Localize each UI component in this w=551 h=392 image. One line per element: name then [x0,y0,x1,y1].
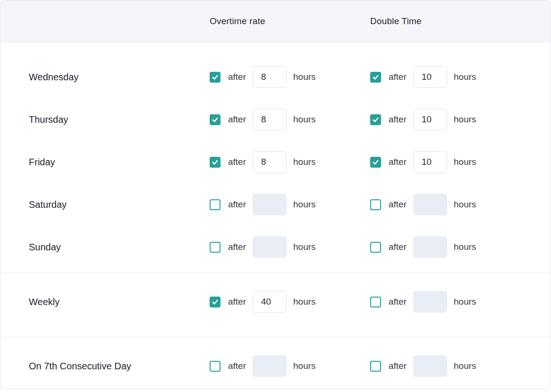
check-icon [212,116,219,123]
after-label: after [228,297,246,307]
overtime-cell: after hours [210,291,370,313]
hours-label: hours [293,157,316,167]
double-time-hours-input [413,291,447,313]
row-label: Sunday [29,242,210,253]
table-header: Overtime rate Double Time [0,0,551,43]
double-time-hours-input[interactable] [413,151,447,173]
hours-label: hours [454,114,476,125]
check-icon [212,74,219,81]
hours-label: hours [293,361,316,371]
double-time-checkbox[interactable] [370,242,381,253]
hours-label: hours [454,242,476,252]
table-row: Saturday after hours after hours [0,183,551,226]
double-time-cell: after hours [370,355,531,377]
overtime-hours-input[interactable] [253,151,287,173]
overtime-checkbox[interactable] [210,199,220,210]
check-icon [372,159,379,166]
overtime-checkbox[interactable] [210,157,220,168]
overtime-hours-input [253,355,287,377]
overtime-cell: after hours [210,109,370,130]
after-label: after [389,157,407,167]
hours-label: hours [293,72,316,82]
overtime-cell: after hours [210,66,370,88]
after-label: after [228,157,246,167]
hours-label: hours [454,72,476,82]
check-icon [212,298,219,306]
double-time-checkbox[interactable] [370,361,381,372]
overtime-hours-input[interactable] [253,109,287,130]
overtime-cell: after hours [210,194,370,215]
double-time-cell: after hours [370,291,531,313]
table-row: Wednesday after hours after hours [0,56,551,98]
overtime-checkbox[interactable] [210,242,220,253]
double-time-hours-input [413,236,447,258]
after-label: after [228,72,246,82]
hours-label: hours [293,114,316,125]
double-time-hours-input[interactable] [413,66,447,88]
hours-label: hours [293,242,316,252]
table-row: On 7th Consecutive Day after hours after… [0,345,551,387]
double-time-hours-input[interactable] [413,109,447,130]
after-label: after [389,199,407,210]
column-header-double-time: Double Time [370,0,422,42]
overtime-cell: after hours [210,355,370,377]
after-label: after [389,242,407,252]
check-icon [372,74,379,81]
double-time-checkbox[interactable] [370,72,381,83]
overtime-checkbox[interactable] [210,114,220,125]
overtime-settings-card: Overtime rate Double Time Wednesday afte… [0,0,551,389]
double-time-cell: after hours [370,151,531,173]
overtime-cell: after hours [210,151,370,173]
hours-label: hours [454,199,476,210]
after-label: after [228,361,246,371]
table-row: Thursday after hours after hours [0,98,551,141]
seventh-day-row-section: On 7th Consecutive Day after hours after… [0,345,551,389]
double-time-cell: after hours [370,66,531,88]
row-label: Weekly [29,297,210,307]
double-time-checkbox[interactable] [370,199,381,210]
row-label: On 7th Consecutive Day [29,361,210,372]
double-time-checkbox[interactable] [370,114,381,125]
table-row: Friday after hours after hours [0,141,551,183]
overtime-hours-input[interactable] [253,66,287,88]
overtime-checkbox[interactable] [210,297,220,307]
table-row: Sunday after hours after hours [0,226,551,268]
double-time-checkbox[interactable] [370,297,381,307]
after-label: after [228,114,246,125]
hours-label: hours [454,361,476,371]
after-label: after [389,297,407,307]
double-time-hours-input [413,194,447,215]
row-label: Wednesday [29,72,210,83]
hours-label: hours [293,199,316,210]
double-time-hours-input [413,355,447,377]
hours-label: hours [454,297,476,307]
table-row: Weekly after hours after hours [0,281,551,323]
overtime-hours-input [253,194,287,215]
hours-label: hours [454,157,476,167]
after-label: after [389,72,407,82]
after-label: after [389,361,407,371]
row-label: Thursday [29,114,210,125]
check-icon [212,159,219,166]
after-label: after [228,199,246,210]
double-time-cell: after hours [370,109,531,130]
overtime-hours-input[interactable] [253,291,287,313]
weekly-row-section: Weekly after hours after hours [0,281,551,337]
double-time-cell: after hours [370,194,531,215]
after-label: after [228,242,246,252]
row-label: Friday [29,157,210,168]
double-time-cell: after hours [370,236,531,258]
overtime-checkbox[interactable] [210,361,220,372]
weekday-rows-section: Wednesday after hours after hours Thursd… [0,43,551,273]
overtime-cell: after hours [210,236,370,258]
hours-label: hours [293,297,316,307]
column-header-overtime-rate: Overtime rate [210,0,265,42]
overtime-checkbox[interactable] [210,72,220,83]
double-time-checkbox[interactable] [370,157,381,168]
overtime-hours-input [253,236,287,258]
check-icon [372,116,379,123]
after-label: after [389,114,407,125]
row-label: Saturday [29,199,210,210]
